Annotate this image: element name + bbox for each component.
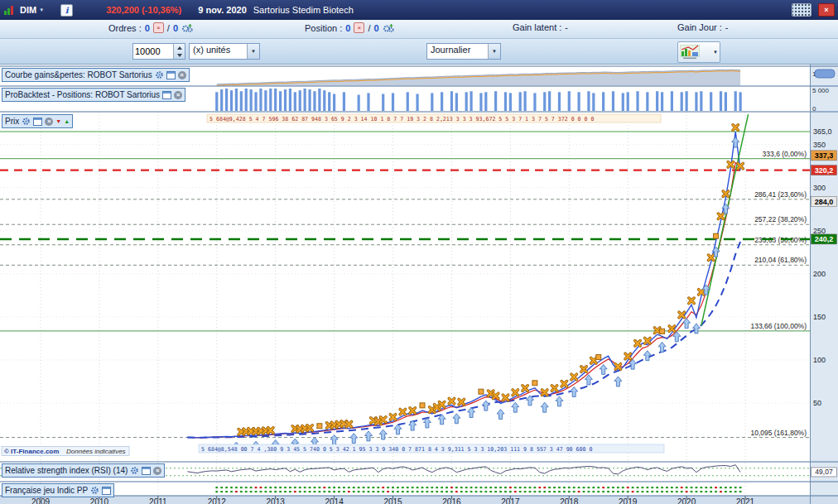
position-bar (450, 91, 453, 111)
timeframe-dropdown-icon[interactable]: ▼ (488, 44, 500, 59)
position-bar (323, 90, 325, 111)
spinner-down-icon[interactable] (174, 51, 185, 59)
indic-panel-label: Française jeu Indic PP (5, 486, 88, 495)
position-bar (720, 91, 722, 111)
orders-settings-icon[interactable] (181, 23, 193, 33)
window-icon[interactable] (166, 71, 176, 79)
position-label: Position : (305, 23, 342, 33)
position-bar (441, 92, 443, 111)
instrument-chart-icon (3, 5, 15, 16)
window-icon[interactable] (142, 467, 151, 475)
orders-annotation-bottom: 5 684@8,548 00 7 4 ,380 9 3 45 5 740 0 5… (201, 446, 592, 453)
positions-panel-tab[interactable]: ProBacktest - Positions: ROBOT Sartorius… (2, 88, 185, 102)
position-bar (358, 95, 360, 111)
position-slash: / (368, 23, 370, 33)
fib-label: 333,6 (0,00%) (763, 150, 807, 158)
settings-icon[interactable] (130, 466, 139, 475)
svg-text:100: 100 (813, 356, 826, 364)
position-bar (308, 89, 311, 111)
quote-date: 9 nov. 2020 (198, 5, 247, 15)
position-bar (533, 93, 536, 111)
chart-canvas[interactable]: 2009201020112012201320142015201620172018… (0, 65, 838, 504)
window-close-button[interactable]: × (818, 3, 835, 17)
position-bar (284, 89, 287, 111)
settings-icon[interactable] (155, 70, 164, 79)
svg-text:284,0: 284,0 (815, 198, 834, 206)
position-bar (245, 89, 248, 111)
position-bar (240, 91, 243, 111)
svg-text:250: 250 (813, 227, 826, 235)
gain-latent-value: - (565, 22, 568, 32)
titlebar: DIM ▼ i 320,200 (-10,36%) 9 nov. 2020 Sa… (0, 0, 838, 20)
gain-jour-value: - (725, 22, 729, 32)
position-bar (612, 91, 614, 111)
info-icon[interactable]: i (60, 4, 73, 17)
position-bar (504, 92, 507, 111)
position-bar (739, 92, 742, 111)
position-bar (465, 92, 468, 111)
position-settings-icon[interactable] (383, 23, 394, 33)
position-bar (734, 91, 737, 111)
position-bar (587, 91, 590, 111)
settings-icon[interactable] (90, 486, 99, 495)
spinner-up-icon[interactable] (174, 44, 185, 51)
gain-jour-label: Gain Jour : (677, 22, 722, 32)
scale-up-icon[interactable]: ▲ (64, 118, 70, 125)
position-bar (627, 92, 629, 111)
ticker-label: DIM (20, 5, 36, 15)
position-bar (304, 89, 306, 111)
rsi-panel-tab[interactable]: Relative strength index (RSI) (14) × (2, 463, 165, 478)
keyboard-icon[interactable] (792, 3, 812, 17)
units-dropdown-icon[interactable]: ▼ (247, 44, 259, 59)
position-bar (558, 92, 561, 111)
price-panel-tab[interactable]: Prix × ▼ ▲ (2, 114, 73, 128)
close-icon[interactable]: × (45, 118, 53, 126)
year-label: 2012 (208, 497, 227, 504)
quantity-input[interactable] (133, 44, 173, 59)
svg-text:300: 300 (813, 184, 826, 192)
position-bar (455, 93, 458, 111)
position-bar (636, 91, 638, 111)
settings-icon[interactable] (22, 117, 31, 126)
orders-open-count: 0 (145, 23, 150, 33)
orders-cancel-icon[interactable]: × (153, 22, 164, 33)
position-bar (710, 92, 712, 111)
close-icon[interactable]: × (178, 71, 186, 79)
position-bar (318, 89, 320, 111)
gain-latent-label: Gain latent : (513, 22, 561, 32)
rsi-panel-label: Relative strength index (RSI) (14) (5, 466, 128, 475)
position-bar (543, 92, 546, 111)
svg-text:150: 150 (813, 313, 826, 321)
position-close-icon[interactable]: × (354, 22, 364, 33)
position-bar (235, 89, 238, 111)
quantity-spinner (173, 44, 185, 59)
status-bar: Ordres : 0 × / 0 Position : 0 × / 0 Gain… (0, 20, 838, 39)
window-icon[interactable] (102, 487, 111, 495)
position-bar (254, 92, 257, 111)
fib-label: 210,04 (61,80%) (754, 256, 807, 264)
copyright-note: Données indicatives (66, 448, 126, 455)
position-bar (230, 90, 233, 111)
backtest-button[interactable]: ▼ (677, 41, 720, 63)
year-label: 2017 (501, 497, 520, 504)
backtest-dropdown-icon[interactable]: ▼ (713, 50, 718, 55)
equity-panel-tab[interactable]: Courbe gains&pertes: ROBOT Sartorius × (2, 68, 190, 82)
scale-down-icon[interactable]: ▼ (55, 118, 61, 125)
scrollbar-thumb (815, 70, 835, 78)
position-bar (392, 93, 394, 111)
window-icon[interactable] (33, 118, 42, 126)
indic-panel-tab[interactable]: Française jeu Indic PP (2, 483, 114, 497)
year-label: 2014 (325, 497, 344, 504)
timeframe-select[interactable]: Journalier ▼ (426, 43, 501, 60)
position-group: Position : 0 × / 0 (305, 22, 394, 33)
close-icon[interactable]: × (174, 91, 182, 99)
year-label: 2011 (149, 497, 167, 504)
units-select[interactable]: (x) unités ▼ (189, 43, 260, 60)
backtest-robot-icon (680, 45, 700, 60)
close-icon[interactable]: × (153, 467, 161, 475)
window-icon[interactable] (162, 91, 171, 99)
fib-label: 133,66 (100,00%) (750, 322, 807, 330)
position-bar (259, 89, 262, 111)
ticker-select[interactable]: DIM ▼ (20, 5, 44, 15)
svg-text:320,2: 320,2 (815, 166, 834, 175)
